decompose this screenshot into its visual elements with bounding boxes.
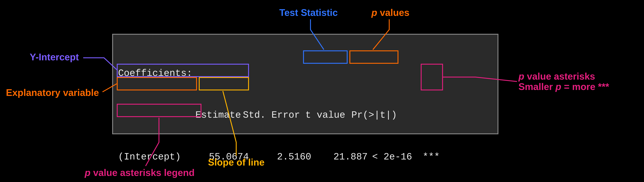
label-p-values: p values <box>372 7 410 18</box>
label-sig-l1-text: value asterisks <box>524 71 595 82</box>
r-output-panel: Coefficients: Estimate Std. Error t valu… <box>112 34 498 134</box>
label-signif-legend-text: value asterisks legend <box>90 167 194 178</box>
label-test-statistic: Test Statistic <box>279 7 338 18</box>
cell-intercept-name: (Intercept) <box>118 150 181 164</box>
leader-y-intercept <box>83 58 117 70</box>
label-sig-l1-p: p <box>518 71 524 82</box>
label-sig-line1: p value asterisks <box>518 71 609 82</box>
panel-title: Coefficients: <box>118 67 192 80</box>
col-header-stderr: Std. Error <box>243 108 300 122</box>
label-slope: Slope of line <box>208 157 264 168</box>
cell-intercept-stderr: 2.5160 <box>270 150 311 164</box>
cell-intercept-tvalue: 21.887 <box>326 150 368 164</box>
panel-header-row: Estimate Std. Error t value Pr(>|t|) <box>118 108 492 122</box>
label-y-intercept: Y-Intercept <box>30 52 79 62</box>
label-significance-asterisks: p value asterisks Smaller p = more *** <box>518 71 609 92</box>
label-explanatory-variable: Explanatory variable <box>6 88 99 98</box>
diagram-stage: Coefficients: Estimate Std. Error t valu… <box>0 0 644 182</box>
col-header-pvalue: Pr(>|t|) <box>351 108 397 122</box>
label-sig-l2-pre: Smaller <box>518 81 556 92</box>
cell-intercept-pvalue: < 2e-16 <box>372 150 420 164</box>
cell-intercept-sig: *** <box>423 150 440 164</box>
label-sig-l2-p: p <box>556 81 561 92</box>
panel-row-intercept: (Intercept) 55.0674 2.5160 21.887 < 2e-1… <box>118 150 492 164</box>
col-header-estimate: Estimate <box>195 108 241 122</box>
label-sig-l2-post: = more *** <box>561 81 609 92</box>
label-p-values-text: values <box>377 7 410 18</box>
col-header-tvalue: t value <box>305 108 345 122</box>
label-sig-line2: Smaller p = more *** <box>518 82 609 92</box>
label-signif-legend: p value asterisks legend <box>85 168 194 178</box>
label-signif-legend-p: p <box>85 167 90 178</box>
panel-title-row: Coefficients: <box>118 67 492 80</box>
label-p-values-p: p <box>372 7 377 18</box>
